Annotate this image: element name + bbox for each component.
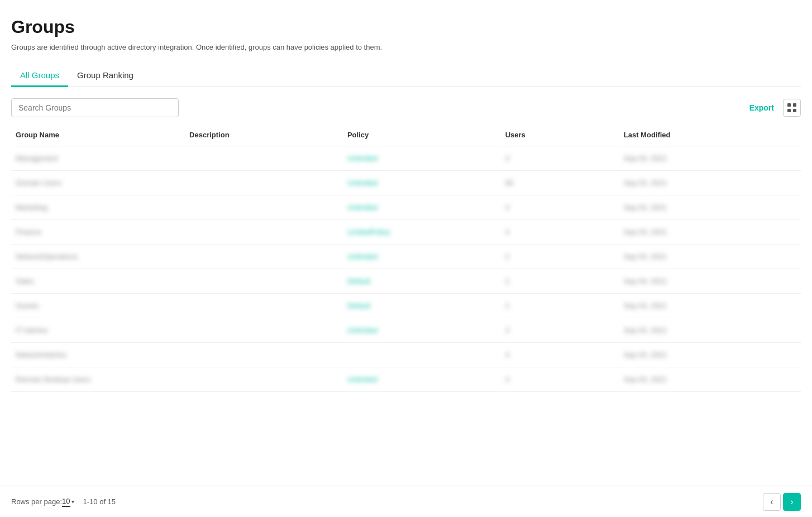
table-row[interactable]: IT AdminsUnlimited3Sep 03, 2021 (11, 318, 801, 343)
cell-description (185, 146, 343, 171)
cell-policy: Unlimited (343, 318, 501, 343)
cell-group-name: IT Admins (11, 318, 185, 343)
cell-last-modified: Sep 04, 2021 (619, 269, 801, 294)
cell-users: 4 (501, 220, 619, 245)
cell-policy: Unlimited (343, 146, 501, 171)
cell-last-modified: Sep 03, 2021 (619, 318, 801, 343)
cell-last-modified: Sep 03, 2021 (619, 220, 801, 245)
svg-rect-1 (793, 103, 796, 107)
tabs-container: All Groups Group Ranking (11, 65, 801, 87)
tab-all-groups[interactable]: All Groups (11, 65, 68, 87)
pagination-info: 1-10 of 15 (83, 497, 116, 506)
groups-table: Group Name Description Policy Users Last… (11, 124, 801, 392)
toolbar: Export (11, 98, 801, 117)
cell-group-name: Remote Desktop Users (11, 367, 185, 392)
cell-users: 3 (501, 195, 619, 220)
export-button[interactable]: Export (749, 103, 774, 112)
table-row[interactable]: NetworkAdmins4Sep 03, 2021 (11, 343, 801, 367)
cell-group-name: Finance (11, 220, 185, 245)
cell-description (185, 367, 343, 392)
cell-last-modified: Sep 03, 2021 (619, 245, 801, 269)
cell-last-modified: Sep 03, 2021 (619, 367, 801, 392)
col-header-last-modified: Last Modified (619, 124, 801, 146)
table-row[interactable]: MarketingUnlimited3Sep 03, 2021 (11, 195, 801, 220)
cell-group-name: NetworkAdmins (11, 343, 185, 367)
grid-view-icon[interactable] (783, 99, 801, 117)
cell-policy: Default (343, 269, 501, 294)
cell-group-name: NetworkOperations (11, 245, 185, 269)
col-header-users: Users (501, 124, 619, 146)
table-row[interactable]: NetworkOperationsUnlimited2Sep 03, 2021 (11, 245, 801, 269)
next-page-button[interactable]: › (783, 493, 801, 511)
toolbar-right: Export (749, 99, 801, 117)
svg-rect-2 (787, 109, 791, 112)
cell-description (185, 245, 343, 269)
cell-users: 3 (501, 146, 619, 171)
table-row[interactable]: SalesDefault2Sep 04, 2021 (11, 269, 801, 294)
table-row[interactable]: Remote Desktop UsersUnlimited3Sep 03, 20… (11, 367, 801, 392)
table-header-row: Group Name Description Policy Users Last… (11, 124, 801, 146)
cell-last-modified: Sep 03, 2021 (619, 195, 801, 220)
table-row[interactable]: FinanceLimitedPolicy4Sep 03, 2021 (11, 220, 801, 245)
pagination-buttons: ‹ › (763, 493, 801, 511)
cell-description (185, 195, 343, 220)
cell-description (185, 220, 343, 245)
cell-users: 2 (501, 245, 619, 269)
rows-per-page-value: 10 (62, 497, 70, 507)
page-title: Groups (11, 17, 801, 37)
footer: Rows per page: 10 ▾ 1-10 of 15 ‹ › (0, 486, 812, 517)
cell-policy: Unlimited (343, 195, 501, 220)
svg-rect-0 (787, 103, 791, 107)
rows-per-page-label: Rows per page: (11, 497, 62, 506)
cell-group-name: Management (11, 146, 185, 171)
page-container: Groups Groups are identified through act… (0, 0, 812, 517)
cell-last-modified: Sep 03, 2021 (619, 171, 801, 195)
search-input[interactable] (11, 98, 179, 117)
cell-policy: LimitedPolicy (343, 220, 501, 245)
cell-policy (343, 343, 501, 367)
cell-last-modified: Sep 03, 2021 (619, 294, 801, 318)
cell-users: 3 (501, 367, 619, 392)
cell-description (185, 171, 343, 195)
tab-group-ranking[interactable]: Group Ranking (68, 65, 142, 87)
cell-policy: Default (343, 294, 501, 318)
col-header-group-name: Group Name (11, 124, 185, 146)
rows-per-page-chevron: ▾ (71, 499, 74, 505)
page-description: Groups are identified through active dir… (11, 43, 801, 51)
col-header-policy: Policy (343, 124, 501, 146)
cell-users: 4 (501, 343, 619, 367)
cell-group-name: Guests (11, 294, 185, 318)
table-row[interactable]: GuestsDefault2Sep 03, 2021 (11, 294, 801, 318)
cell-users: 3 (501, 318, 619, 343)
cell-group-name: Domain Users (11, 171, 185, 195)
cell-last-modified: Sep 03, 2021 (619, 343, 801, 367)
cell-policy: Unlimited (343, 245, 501, 269)
col-header-description: Description (185, 124, 343, 146)
cell-group-name: Marketing (11, 195, 185, 220)
table-row[interactable]: Domain UsersUnlimited80Sep 03, 2021 (11, 171, 801, 195)
cell-description (185, 294, 343, 318)
cell-users: 2 (501, 269, 619, 294)
cell-users: 2 (501, 294, 619, 318)
cell-users: 80 (501, 171, 619, 195)
rows-per-page-select[interactable]: 10 ▾ (62, 497, 74, 507)
cell-policy: Unlimited (343, 367, 501, 392)
footer-left: Rows per page: 10 ▾ 1-10 of 15 (11, 497, 116, 507)
cell-group-name: Sales (11, 269, 185, 294)
cell-last-modified: Sep 03, 2021 (619, 146, 801, 171)
cell-description (185, 318, 343, 343)
cell-description (185, 269, 343, 294)
cell-policy: Unlimited (343, 171, 501, 195)
prev-page-button[interactable]: ‹ (763, 493, 781, 511)
cell-description (185, 343, 343, 367)
svg-rect-3 (793, 109, 796, 112)
table-row[interactable]: ManagementUnlimited3Sep 03, 2021 (11, 146, 801, 171)
